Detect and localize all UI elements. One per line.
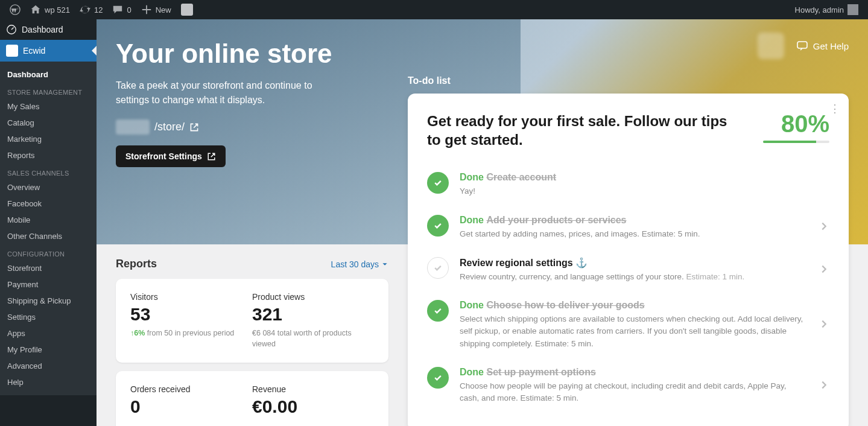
external-link-icon [207, 152, 216, 161]
sidebar-heading-store: STORE MANAGEMENT [0, 83, 97, 98]
chat-icon [796, 40, 808, 52]
sidebar-sub-my-profile[interactable]: My Profile [0, 342, 97, 358]
todo-heading: To-do list [408, 75, 849, 86]
task-title: Done Set up payment options [460, 367, 808, 378]
wp-adminbar: wp 521 12 0 New 🛍 Howdy, admin [0, 0, 868, 19]
check-icon [427, 257, 449, 279]
visitors-value: 53 [130, 304, 252, 325]
task-title: Review regional settings ⚓ [460, 257, 808, 269]
sidebar-sub-shipping[interactable]: Shipping & Pickup [0, 293, 97, 309]
sidebar-sub-payment[interactable]: Payment [0, 276, 97, 293]
ecwid-adminbar-icon[interactable]: 🛍 [176, 0, 198, 19]
avatar [847, 4, 858, 15]
sidebar-sub-marketing[interactable]: Marketing [0, 131, 97, 147]
task-description: Yay! [460, 185, 829, 197]
sidebar-heading-channels: SALES CHANNELS [0, 164, 97, 179]
views-note: €6 084 total worth of products viewed [252, 328, 374, 349]
task-row[interactable]: Done Add your products or servicesGet st… [427, 206, 829, 249]
sidebar-sub-other-channels[interactable]: Other Channels [0, 228, 97, 244]
main-content: Get Help Your online store Take a peek a… [97, 19, 868, 426]
sidebar-sub-help[interactable]: Help [0, 374, 97, 390]
task-description: Select which shipping options are availa… [460, 313, 808, 350]
progress-bar [763, 141, 829, 143]
chevron-right-icon [819, 264, 829, 276]
todo-title: Get ready for your first sale. Follow ou… [427, 112, 741, 149]
get-help-link[interactable]: Get Help [796, 40, 849, 52]
orders-value: 0 [130, 396, 252, 417]
task-description: Get started by adding names, prices, and… [460, 228, 808, 240]
visitors-label: Visitors [130, 292, 252, 302]
task-row[interactable]: Done Create accountYay! [427, 164, 829, 206]
reports-heading: Reports [116, 258, 157, 270]
comments[interactable]: 0 [107, 0, 136, 19]
wp-logo[interactable] [5, 0, 25, 19]
new-content[interactable]: New [136, 0, 176, 19]
sidebar-sub-facebook[interactable]: Facebook [0, 196, 97, 212]
sidebar-heading-config: CONFIGURATION [0, 244, 97, 260]
sidebar-sub-my-sales[interactable]: My Sales [0, 98, 97, 115]
sidebar-sub-advanced[interactable]: Advanced [0, 358, 97, 374]
howdy-account[interactable]: Howdy, admin [790, 0, 863, 19]
check-icon [427, 300, 449, 322]
storefront-settings-button[interactable]: Storefront Settings [116, 145, 226, 167]
svg-rect-2 [797, 42, 807, 48]
reports-card-1[interactable]: Visitors 53 ↑6% from 50 in previous peri… [116, 279, 388, 363]
chevron-right-icon [819, 221, 829, 234]
page-subtitle: Take a peek at your storefront and conti… [116, 78, 345, 107]
sidebar-item-dashboard[interactable]: Dashboard [0, 19, 97, 40]
check-icon [427, 215, 449, 237]
task-description: Choose how people will be paying at chec… [460, 380, 808, 405]
task-title: Done Create account [460, 172, 829, 183]
more-menu-icon[interactable]: ⋮ [829, 102, 840, 115]
visitors-note: ↑6% from 50 in previous period [130, 328, 252, 339]
sidebar-sub-mobile[interactable]: Mobile [0, 212, 97, 228]
sidebar-sub-apps[interactable]: Apps [0, 325, 97, 342]
todo-card: ⋮ Get ready for your first sale. Follow … [408, 94, 849, 426]
task-description: Review country, currency, and language s… [460, 271, 808, 283]
task-row[interactable]: Done Choose how to deliver your goodsSel… [427, 291, 829, 358]
external-link-icon [189, 122, 199, 132]
revenue-label: Revenue [252, 384, 374, 394]
task-row[interactable]: Review regional settings ⚓Review country… [427, 249, 829, 291]
sidebar-sub-dashboard[interactable]: Dashboard [0, 66, 97, 83]
progress-percent: 80% [763, 112, 829, 136]
views-label: Product views [252, 292, 374, 302]
apps-widget[interactable] [758, 33, 784, 59]
admin-sidebar: Dashboard 🛍Ecwid Dashboard STORE MANAGEM… [0, 19, 97, 426]
check-icon [427, 367, 449, 389]
sidebar-sub-storefront[interactable]: Storefront [0, 260, 97, 276]
sidebar-sub-catalog[interactable]: Catalog [0, 115, 97, 131]
check-icon [427, 172, 449, 194]
task-title: Done Add your products or services [460, 215, 808, 226]
url-domain-blur [116, 119, 150, 135]
revenue-value: €0.00 [252, 396, 374, 417]
date-range-dropdown[interactable]: Last 30 days [331, 259, 388, 269]
views-value: 321 [252, 304, 374, 325]
task-title: Done Choose how to deliver your goods [460, 300, 808, 311]
chevron-right-icon [819, 319, 829, 331]
sidebar-sub-reports[interactable]: Reports [0, 147, 97, 164]
sidebar-item-ecwid[interactable]: 🛍Ecwid [0, 40, 97, 62]
page-title: Your online store [116, 39, 849, 69]
chevron-right-icon [819, 380, 829, 392]
updates[interactable]: 12 [75, 0, 107, 19]
sidebar-sub-settings[interactable]: Settings [0, 309, 97, 325]
site-home[interactable]: wp 521 [25, 0, 75, 19]
chevron-down-icon [381, 261, 388, 268]
task-row[interactable]: Done Set up payment optionsChoose how pe… [427, 358, 829, 413]
sidebar-sub-overview[interactable]: Overview [0, 179, 97, 196]
orders-label: Orders received [130, 384, 252, 394]
reports-card-2[interactable]: Orders received 0 Revenue €0.00 [116, 371, 388, 426]
